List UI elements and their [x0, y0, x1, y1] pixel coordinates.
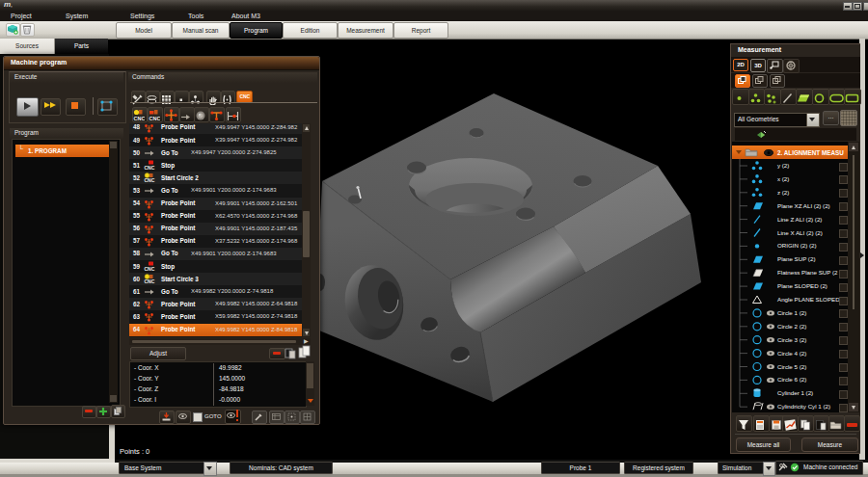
svg-text:CNC: CNC [145, 266, 155, 272]
svg-text:CNC: CNC [145, 177, 155, 183]
svg-text:CNC: CNC [133, 116, 145, 121]
svg-text:CNC: CNC [145, 165, 155, 171]
svg-text:CNC: CNC [149, 116, 161, 121]
svg-text:CNC: CNC [145, 278, 155, 284]
